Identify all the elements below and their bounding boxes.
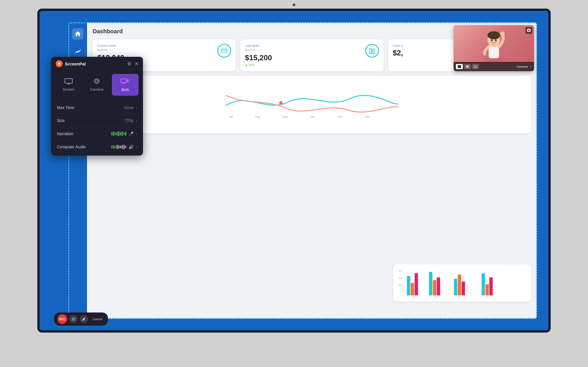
settings-label-narration: Narration [57, 131, 74, 136]
svg-text:300: 300 [399, 277, 402, 279]
settings-item-narration[interactable]: Narration [51, 127, 143, 141]
rec-button[interactable]: REC [57, 314, 67, 324]
size-value: 720p [125, 118, 134, 123]
settings-item-maxtime[interactable]: Max Time None › [51, 101, 143, 114]
svg-rect-18 [433, 280, 436, 295]
settings-value-size: 720p › [125, 118, 137, 123]
size-arrow: › [136, 118, 137, 123]
maxtime-value: None [124, 105, 134, 110]
card-period-2: Last week [245, 44, 272, 47]
toolbar-list-button[interactable] [69, 315, 78, 323]
camera-icon-button[interactable] [525, 27, 532, 34]
settings-value-maxtime: None › [124, 105, 137, 110]
sidebar-item-analytics[interactable] [72, 45, 84, 57]
settings-label-maxtime: Max Time [57, 105, 74, 110]
svg-point-53 [127, 79, 128, 81]
svg-rect-2 [371, 50, 373, 53]
svg-rect-20 [454, 279, 457, 296]
dialog-header-buttons: ⚙ ✕ [127, 61, 138, 67]
dialog-header: ScreenPal ⚙ ✕ [51, 57, 143, 71]
camera-preview: Camera [454, 25, 534, 71]
screen-tab-icon [64, 77, 73, 86]
svg-point-48 [98, 79, 99, 81]
svg-point-4 [279, 101, 283, 104]
svg-point-35 [491, 39, 493, 41]
settings-button[interactable]: ⚙ [127, 61, 131, 67]
line-chart-svg: Jul Aug Sep Oct Nov Dec [97, 85, 527, 119]
svg-point-34 [500, 32, 505, 36]
cam-btn-full[interactable] [456, 64, 463, 69]
toolbar-edit-button[interactable] [80, 315, 88, 323]
svg-text:Nov: Nov [338, 115, 343, 118]
narration-arrow: › [136, 131, 137, 136]
dialog-brand: ScreenPal [56, 60, 86, 67]
laptop-screen-border: Dashboard Current week Balance $12,940 [37, 9, 551, 333]
svg-point-46 [94, 79, 99, 84]
svg-rect-22 [462, 281, 465, 295]
svg-point-47 [96, 80, 98, 82]
svg-text:Jul: Jul [229, 115, 233, 118]
svg-rect-16 [415, 273, 418, 295]
cancel-button[interactable]: Cancel [90, 316, 105, 322]
tab-both[interactable]: Both [112, 74, 138, 96]
card-last-week: Last week Balance $15,200 ▲15% [240, 39, 383, 71]
tab-screen-label: Screen [63, 87, 74, 92]
narration-mic-icon: 🎤 [129, 131, 134, 136]
svg-rect-24 [486, 284, 489, 296]
card-period-1: Current week [97, 44, 124, 47]
svg-rect-1 [369, 48, 371, 53]
settings-list: Max Time None › Size 720p › [51, 99, 143, 156]
computer-audio-bars [111, 145, 126, 149]
brand-name: ScreenPal [65, 61, 86, 66]
screenpal-dialog: ScreenPal ⚙ ✕ [51, 57, 143, 156]
settings-value-computer-audio: 🔊 › [111, 145, 137, 149]
svg-rect-40 [474, 65, 477, 68]
svg-rect-3 [373, 49, 375, 54]
camera-label: Camera [517, 65, 532, 68]
laptop-screen: Dashboard Current week Balance $12,940 [40, 11, 548, 330]
computer-audio-speaker-icon: 🔊 [129, 145, 134, 149]
settings-item-size[interactable]: Size 720p › [51, 114, 143, 127]
tab-both-label: Both [121, 88, 129, 92]
close-button[interactable]: ✕ [135, 61, 138, 67]
cam-btn-half[interactable] [464, 64, 471, 69]
svg-rect-14 [407, 276, 410, 295]
svg-text:Q3: Q3 [458, 296, 461, 298]
svg-text:200: 200 [399, 284, 402, 286]
svg-text:Sep: Sep [283, 115, 288, 118]
svg-text:400: 400 [399, 270, 402, 272]
svg-point-36 [495, 39, 497, 41]
bottom-toolbar: REC Cancel [54, 312, 108, 326]
settings-label-size: Size [57, 118, 65, 123]
card-value-3: $2, [393, 48, 403, 57]
maxtime-arrow: › [136, 105, 137, 110]
svg-text:Q4: Q4 [486, 296, 488, 298]
svg-rect-21 [458, 275, 461, 295]
computer-audio-arrow: › [136, 145, 137, 149]
card-icon-1 [217, 44, 231, 58]
card-icon-2 [365, 44, 379, 58]
cam-btn-small[interactable] [472, 64, 479, 69]
svg-rect-0 [222, 49, 227, 53]
tab-camera-label: Camera [90, 87, 103, 92]
tab-screen[interactable]: Screen [56, 74, 82, 96]
svg-rect-19 [437, 277, 440, 296]
camera-controls: Camera [454, 62, 534, 71]
svg-text:Dec: Dec [365, 115, 370, 118]
person-figure [477, 25, 511, 63]
svg-text:Q1: Q1 [413, 296, 415, 298]
svg-rect-15 [411, 283, 414, 295]
laptop-camera [293, 3, 295, 6]
cam-btn-group [456, 64, 479, 69]
mode-tabs: Screen Camera [51, 71, 143, 99]
card-value-2: $15,200 [245, 53, 272, 62]
settings-item-computer-audio[interactable]: Computer Audio [51, 141, 143, 153]
svg-text:Q2: Q2 [434, 296, 437, 298]
tab-camera[interactable]: Camera [84, 74, 110, 96]
bar-chart-svg: 400 300 200 [397, 268, 528, 298]
brand-icon [56, 60, 63, 67]
svg-rect-39 [467, 66, 468, 67]
both-tab-icon [121, 78, 130, 86]
sidebar-item-home[interactable] [72, 28, 84, 40]
line-chart-value: $326,00 [97, 80, 527, 84]
